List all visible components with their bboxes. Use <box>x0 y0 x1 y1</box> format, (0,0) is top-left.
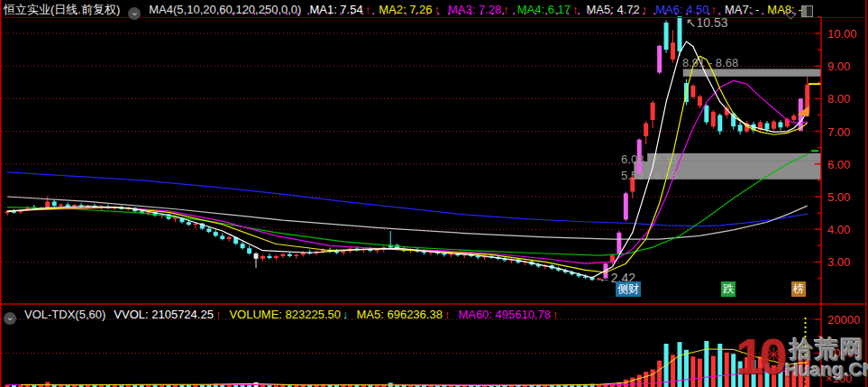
ma6-value: MA6: 4.50 <box>655 3 708 16</box>
candle-body <box>664 23 669 50</box>
vol-dropdown-icon[interactable]: ⌄ <box>4 312 16 325</box>
volume-bar <box>690 356 695 387</box>
down-arrow-icon: ↓ <box>343 308 349 321</box>
volume-bar <box>698 358 702 387</box>
candle-body <box>778 122 782 127</box>
candle-body <box>698 97 702 106</box>
candle-body <box>241 244 245 248</box>
ma5-value: MA5: 4.72 <box>586 3 639 16</box>
candle-body <box>690 86 695 97</box>
candle-body <box>59 205 63 207</box>
candle-body <box>214 232 218 235</box>
volume-value: VOLUME: 823225.50 <box>229 308 341 321</box>
vol-ma5-value: MA5: 696236.38 <box>356 308 442 321</box>
candle-body <box>187 222 191 225</box>
price-tick-label: 10.00 <box>827 27 857 41</box>
zone-label: 5.53 - 6.08 <box>621 169 677 182</box>
stock-title: 恒立实业(日线.前复权) <box>4 3 120 16</box>
candle-body <box>375 250 379 252</box>
zone-label: 8.91 - 8.68 <box>682 56 738 69</box>
volume-bar <box>651 369 655 387</box>
candle-body <box>717 115 722 132</box>
ma4-value: MA4: 6.17 <box>517 3 571 16</box>
volume-bar <box>630 377 635 387</box>
candle-body <box>247 248 251 253</box>
candle-body <box>711 112 716 126</box>
window-split-icon[interactable] <box>801 5 813 17</box>
price-tick-label: 8.00 <box>827 92 850 106</box>
up-arrow-icon: ↑ <box>553 308 559 321</box>
price-tick-label: 9.00 <box>827 60 850 73</box>
candle-body <box>254 253 259 259</box>
price-tick-label: 4.00 <box>827 223 850 236</box>
up-arrow-icon: ↑ <box>444 308 451 321</box>
candle-body <box>274 256 279 258</box>
volume-bar <box>637 374 642 387</box>
candle-body <box>772 122 776 129</box>
volume-bar <box>704 341 708 387</box>
tag-die[interactable]: 跌 <box>721 281 736 297</box>
tag-cecai[interactable]: 侧财 <box>616 281 641 297</box>
volume-bar <box>711 355 716 387</box>
main-chart-header: 恒立实业(日线.前复权)⌄MA4(5,10,20,60,120,250,0,0)… <box>4 3 810 20</box>
candle-body <box>260 256 265 259</box>
price-tick-label: 7.00 <box>827 125 850 139</box>
candle-body <box>52 201 57 206</box>
candle-body <box>671 42 675 60</box>
candle-body <box>45 201 50 207</box>
indicator-dropdown-icon[interactable]: ⌄ <box>128 7 141 20</box>
ma1-value: MA1: 7.54 <box>309 3 362 16</box>
up-arrow-icon: ↑ <box>365 3 371 16</box>
candle-body <box>764 124 769 130</box>
watermark: 10 ✳ 拾荒网 Huang.CN <box>736 332 868 386</box>
diamond-icon[interactable]: ◇ <box>786 6 796 21</box>
candle-body <box>624 193 628 219</box>
ma7-value: MA7: - <box>725 3 759 16</box>
candle-body <box>657 46 662 73</box>
volume-ma-line-volma5 <box>21 349 808 385</box>
vol-indicator-name: VOL-TDX(5,60) <box>24 308 105 321</box>
candle-body <box>791 115 796 120</box>
zone-label: 6.08 - 6.33 <box>621 152 677 166</box>
candle-body <box>476 256 480 258</box>
candle-body <box>442 253 446 255</box>
candle-body <box>704 106 708 122</box>
ma3-value: MA3: 7.28 <box>448 3 501 16</box>
tag-bang[interactable]: 榜 <box>791 281 806 297</box>
volume-bar <box>725 353 729 387</box>
candle-body <box>617 233 621 254</box>
candle-body <box>422 252 426 253</box>
price-tick-label: 6.00 <box>827 158 850 171</box>
vol-ma60-value: MA60: 495610.78 <box>458 308 551 321</box>
ma-line-ma250 <box>7 172 808 226</box>
candle-body <box>227 237 232 239</box>
candle-body <box>220 235 224 239</box>
up-arrow-icon: ↑ <box>434 3 440 16</box>
volume-tick-label: 20000 <box>827 313 860 327</box>
ma-line-ma120 <box>7 197 808 239</box>
candle-body <box>206 228 211 232</box>
vvol-value: VVOL: 2105724.25 <box>114 308 214 321</box>
corner-controls: ◇ <box>786 5 813 21</box>
volume-bar <box>624 380 628 387</box>
candle-body <box>193 224 197 226</box>
candle-body <box>342 251 346 253</box>
candle-body <box>288 254 292 256</box>
candle-body <box>644 124 648 136</box>
up-arrow-icon: ↑ <box>215 308 222 321</box>
price-tick-label: 5.00 <box>827 190 850 204</box>
candle-body <box>66 205 70 207</box>
up-arrow-icon: ↑ <box>642 3 648 16</box>
up-arrow-icon: ↑ <box>503 3 509 16</box>
ma-params: MA4(5,10,20,60,120,250,0,0) <box>149 3 301 16</box>
watermark-domain: Huang.CN <box>785 359 868 381</box>
candle-body <box>678 16 682 51</box>
volume-bar <box>644 372 648 387</box>
volume-pane-header: ⌄VOL-TDX(5,60)VVOL: 2105724.25↑VOLUME: 8… <box>4 308 567 325</box>
candle-body <box>294 254 298 256</box>
candle-body <box>651 103 655 120</box>
candle-body <box>334 252 339 253</box>
up-arrow-icon: ↑ <box>711 3 717 16</box>
gear-icon: ✳ <box>765 344 781 367</box>
candle-body <box>267 256 271 258</box>
